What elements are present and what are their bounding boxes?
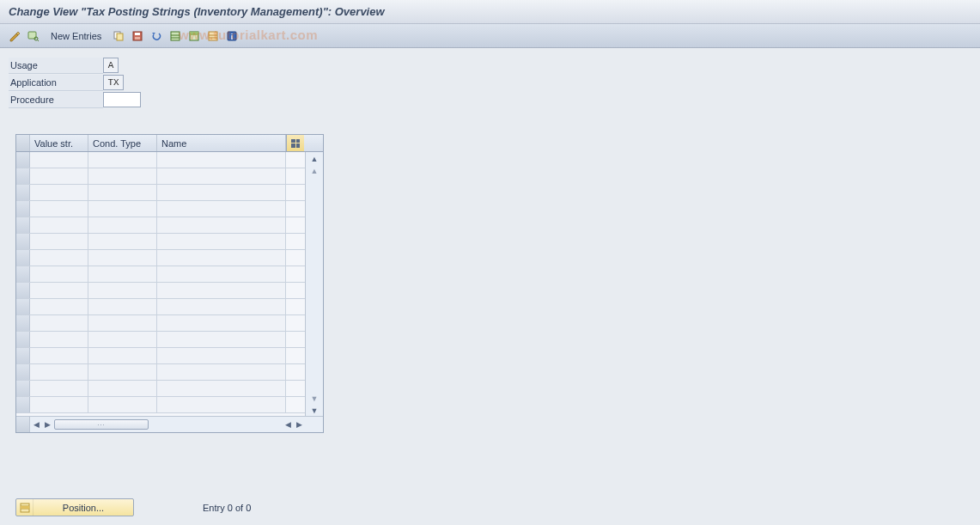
select-all-column-header[interactable] (16, 135, 30, 151)
table-cell[interactable] (30, 217, 88, 233)
table-cell[interactable] (30, 332, 88, 347)
table-cell[interactable] (157, 185, 286, 200)
table-cell[interactable] (157, 217, 286, 233)
scroll-right-last-icon[interactable]: ▶ (295, 419, 303, 430)
column-header-cond-type[interactable]: Cond. Type (88, 135, 157, 151)
table-cell[interactable] (30, 250, 88, 266)
table-cell[interactable] (88, 315, 157, 331)
select-all-icon[interactable] (167, 28, 183, 44)
scroll-down-small-icon[interactable]: ▼ (308, 394, 320, 404)
table-cell[interactable] (30, 381, 88, 396)
save-icon[interactable] (130, 28, 145, 44)
table-cell[interactable] (30, 152, 88, 168)
table-cell[interactable] (157, 201, 286, 217)
table-cell[interactable] (157, 364, 286, 380)
row-selector[interactable] (16, 364, 30, 380)
table-cell[interactable] (30, 283, 88, 298)
table-cell[interactable] (88, 283, 157, 298)
table-cell[interactable] (157, 381, 286, 396)
table-cell[interactable] (157, 250, 286, 266)
toggle-display-change-icon[interactable] (7, 28, 22, 44)
scroll-right-icon[interactable]: ◀ (283, 419, 292, 430)
new-entries-button[interactable]: New Entries (45, 28, 107, 44)
table-cell[interactable] (157, 234, 286, 249)
table-cell[interactable] (88, 348, 157, 363)
scroll-left-icon[interactable]: ▶ (43, 419, 52, 430)
table-cell[interactable] (88, 185, 157, 200)
vertical-scrollbar[interactable]: ▲ ▲ ▼ ▼ (305, 152, 323, 416)
table-cell[interactable] (30, 315, 88, 331)
column-header-name[interactable]: Name (157, 135, 286, 151)
row-selector[interactable] (16, 234, 30, 249)
table-cell[interactable] (30, 185, 88, 200)
row-selector[interactable] (16, 315, 30, 331)
scroll-down-icon[interactable]: ▼ (308, 406, 320, 416)
table-cell[interactable] (30, 201, 88, 217)
scroll-up-icon[interactable]: ▲ (308, 154, 320, 164)
hscroll-track[interactable]: ◀ ▶ ··· ◀ ▶ (30, 417, 305, 432)
scroll-left-first-icon[interactable]: ◀ (32, 419, 40, 430)
table-cell[interactable] (157, 315, 286, 331)
table-cell[interactable] (157, 332, 286, 347)
hscroll-thumb[interactable]: ··· (54, 419, 149, 430)
svg-rect-6 (135, 33, 140, 35)
table-cell[interactable] (88, 332, 157, 347)
row-selector[interactable] (16, 250, 30, 266)
table-cell[interactable] (88, 266, 157, 282)
position-button[interactable]: Position... (15, 498, 134, 516)
row-selector[interactable] (16, 201, 30, 217)
table-cell[interactable] (88, 397, 157, 412)
table-cell[interactable] (88, 217, 157, 233)
table-row (16, 185, 305, 201)
table-cell[interactable] (88, 364, 157, 380)
deselect-all-icon[interactable] (205, 28, 221, 44)
table-cell[interactable] (30, 299, 88, 314)
usage-field[interactable]: A (103, 58, 119, 73)
row-selector[interactable] (16, 397, 30, 412)
copy-as-icon[interactable] (111, 28, 126, 44)
table-settings-icon[interactable] (286, 135, 304, 151)
row-selector[interactable] (16, 381, 30, 396)
table-cell[interactable] (30, 348, 88, 363)
select-block-icon[interactable] (186, 28, 202, 44)
footer-bar: Position... Entry 0 of 0 (15, 498, 251, 516)
undo-change-icon[interactable] (149, 28, 164, 44)
table-row (16, 250, 305, 266)
table-cell[interactable] (88, 152, 157, 168)
table-cell[interactable] (157, 348, 286, 363)
table-cell[interactable] (30, 266, 88, 282)
table-cell[interactable] (157, 299, 286, 314)
row-selector[interactable] (16, 299, 30, 314)
row-selector[interactable] (16, 152, 30, 168)
table-cell[interactable] (30, 364, 88, 380)
table-cell[interactable] (88, 201, 157, 217)
row-selector[interactable] (16, 266, 30, 282)
scroll-up-small-icon[interactable]: ▲ (308, 166, 320, 176)
svg-rect-13 (209, 32, 217, 40)
find-icon[interactable] (26, 28, 41, 44)
table-cell[interactable] (157, 283, 286, 298)
table-cell[interactable] (88, 250, 157, 266)
table-row (16, 397, 305, 413)
table-cell[interactable] (88, 381, 157, 396)
table-cell[interactable] (30, 397, 88, 412)
row-selector[interactable] (16, 332, 30, 347)
table-cell[interactable] (88, 168, 157, 184)
row-selector[interactable] (16, 217, 30, 233)
table-cell[interactable] (157, 266, 286, 282)
table-cell[interactable] (157, 168, 286, 184)
table-cell[interactable] (30, 234, 88, 249)
table-cell[interactable] (157, 397, 286, 412)
table-cell[interactable] (30, 168, 88, 184)
table-cell[interactable] (157, 152, 286, 168)
application-field[interactable]: TX (103, 75, 124, 90)
row-selector[interactable] (16, 185, 30, 200)
info-icon[interactable]: i (224, 28, 240, 44)
procedure-field[interactable] (103, 92, 141, 107)
row-selector[interactable] (16, 283, 30, 298)
column-header-value-str[interactable]: Value str. (30, 135, 88, 151)
table-cell[interactable] (88, 299, 157, 314)
table-cell[interactable] (88, 234, 157, 249)
row-selector[interactable] (16, 168, 30, 184)
row-selector[interactable] (16, 348, 30, 363)
